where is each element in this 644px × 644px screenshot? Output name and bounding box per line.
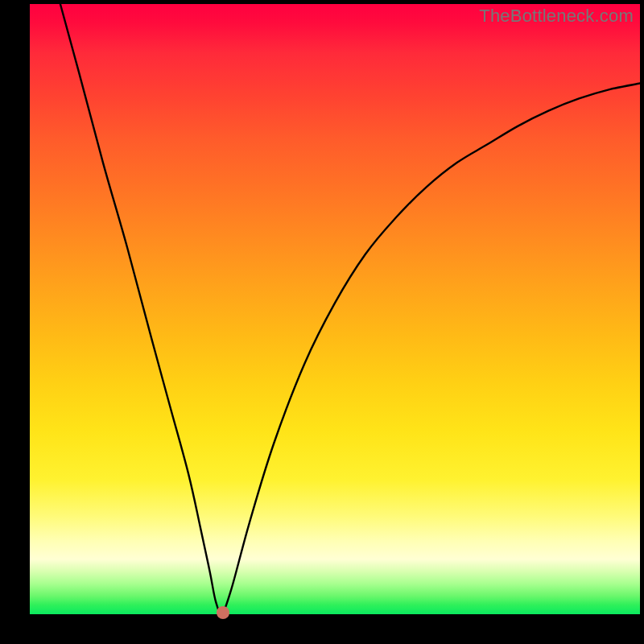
optimum-marker [217, 606, 229, 619]
plot-area: TheBottleneck.com [30, 4, 640, 614]
bottleneck-curve [30, 4, 640, 614]
chart-canvas: TheBottleneck.com [0, 0, 644, 644]
